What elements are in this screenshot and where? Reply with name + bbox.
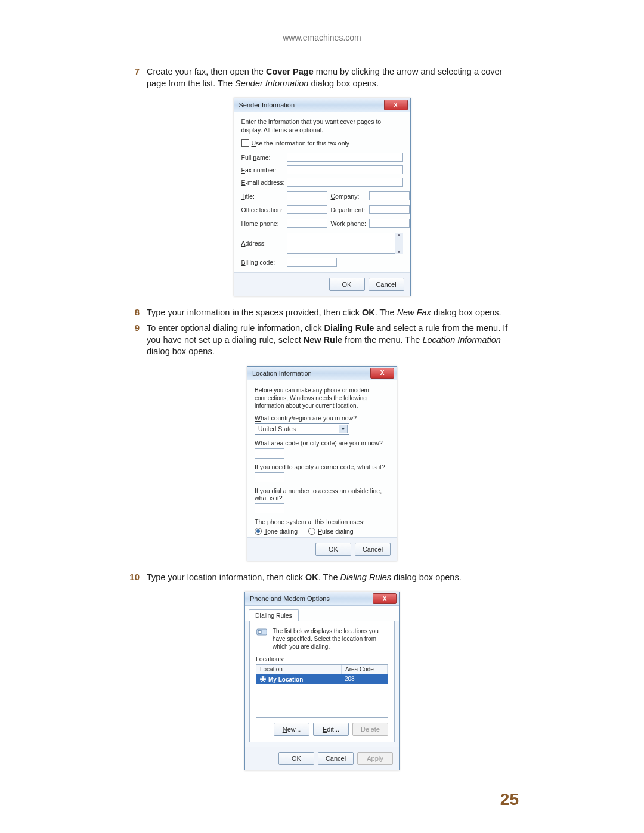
use-info-checkbox-row[interactable]: Use the information for this fax only: [242, 139, 403, 147]
work-phone-field[interactable]: [369, 219, 410, 228]
area-code-question: What area code (or city code) are you in…: [255, 439, 389, 447]
locations-label: Locations:: [256, 655, 388, 662]
office-label: Office location:: [242, 206, 283, 213]
new-button[interactable]: New...: [274, 723, 309, 736]
list-header: Location Area Code: [256, 665, 388, 674]
chevron-down-icon[interactable]: ▼: [339, 425, 348, 433]
radio-checked-icon[interactable]: [255, 528, 262, 535]
department-label: Department:: [331, 206, 366, 213]
row-area-value: 208: [341, 674, 388, 684]
outside-line-field[interactable]: [255, 503, 284, 513]
delete-button: Delete: [352, 723, 388, 736]
step-9: 9 To enter optional dialing rule informa…: [125, 323, 519, 358]
checkbox-icon[interactable]: [242, 139, 249, 147]
country-combo[interactable]: United States ▼: [255, 423, 349, 435]
step-8: 8 Type your information in the spaces pr…: [125, 307, 519, 319]
col-area-header: Area Code: [342, 665, 388, 674]
location-information-dialog: Location Information X Before you can ma…: [247, 366, 397, 561]
cancel-button[interactable]: Cancel: [318, 752, 354, 765]
page-number: 25: [500, 790, 519, 809]
sender-information-dialog: Sender Information X Enter the informati…: [234, 98, 411, 296]
phone-icon: [256, 627, 268, 637]
tone-dialing-radio[interactable]: Tone dialing: [255, 528, 298, 535]
tab-dialing-rules[interactable]: Dialing Rules: [249, 609, 299, 621]
close-icon[interactable]: X: [373, 593, 397, 604]
edit-button[interactable]: Edit...: [313, 723, 349, 736]
step-list: 7 Create your fax, then open the Cover P…: [125, 66, 519, 89]
country-value: United States: [258, 425, 296, 432]
fax-number-label: Fax number:: [242, 166, 283, 174]
bullet-icon: [260, 676, 266, 682]
dialog2-intro: Before you can make any phone or modem c…: [255, 386, 389, 410]
dialog1-titlebar[interactable]: Sender Information X: [234, 98, 410, 112]
dialog3-titlebar[interactable]: Phone and Modem Options X: [245, 592, 399, 606]
phone-modem-options-dialog: Phone and Modem Options X Dialing Rules …: [244, 592, 400, 770]
billing-field[interactable]: [287, 258, 337, 267]
title-label: Title:: [242, 193, 283, 200]
dialog2-titlebar[interactable]: Location Information X: [247, 367, 397, 380]
step-10-text: Type your location information, then cli…: [147, 572, 519, 584]
radio-icon[interactable]: [308, 528, 315, 535]
phone-system-label: The phone system at this location uses:: [255, 518, 389, 525]
step-list-2: 8 Type your information in the spaces pr…: [125, 307, 519, 357]
col-location-header: Location: [256, 665, 342, 674]
home-phone-field[interactable]: [287, 219, 327, 228]
title-field[interactable]: [287, 191, 327, 200]
close-icon[interactable]: X: [384, 100, 408, 110]
cancel-button[interactable]: Cancel: [369, 278, 404, 291]
step-10-number: 10: [125, 572, 140, 584]
dialog3-intro: The list below displays the locations yo…: [273, 627, 388, 651]
email-field[interactable]: [287, 178, 403, 187]
department-field[interactable]: [369, 205, 410, 214]
dialog3-title: Phone and Modem Options: [250, 595, 330, 602]
page-header-url: www.emachines.com: [125, 33, 519, 42]
ok-button[interactable]: OK: [278, 752, 314, 765]
step-9-number: 9: [125, 323, 140, 358]
step-8-number: 8: [125, 307, 140, 319]
dialog1-title: Sender Information: [239, 101, 295, 109]
pulse-dialing-radio[interactable]: Pulse dialing: [308, 528, 354, 535]
cancel-button[interactable]: Cancel: [355, 543, 391, 556]
email-label: E-mail address:: [242, 179, 283, 186]
work-phone-label: Work phone:: [331, 220, 366, 227]
row-location-value: My Location: [268, 676, 303, 683]
step-8-text: Type your information in the spaces prov…: [147, 307, 519, 319]
ok-button[interactable]: OK: [315, 543, 351, 556]
country-question: What country/region are you in now?: [255, 414, 389, 422]
apply-button: Apply: [357, 752, 393, 765]
close-icon[interactable]: X: [370, 368, 394, 379]
office-field[interactable]: [287, 205, 327, 214]
outside-line-question: If you dial a number to access an outsid…: [255, 487, 389, 501]
step-10: 10 Type your location information, then …: [125, 572, 519, 584]
dialog2-title: Location Information: [252, 370, 312, 377]
full-name-label: Full name:: [242, 154, 283, 161]
scrollbar-icon[interactable]: ▲▼: [395, 233, 403, 254]
step-7-text: Create your fax, then open the Cover Pag…: [147, 66, 519, 89]
address-field[interactable]: ▲▼: [287, 233, 403, 254]
svg-rect-1: [258, 631, 261, 634]
step-9-text: To enter optional dialing rule informati…: [147, 323, 519, 358]
company-field[interactable]: [369, 191, 410, 200]
step-7: 7 Create your fax, then open the Cover P…: [125, 66, 519, 89]
step-7-number: 7: [125, 66, 140, 89]
address-label: Address:: [242, 240, 283, 247]
company-label: Company:: [331, 193, 366, 200]
carrier-code-question: If you need to specify a carrier code, w…: [255, 463, 389, 470]
step-list-3: 10 Type your location information, then …: [125, 572, 519, 584]
dialog1-intro: Enter the information that you want cove…: [242, 118, 403, 134]
full-name-field[interactable]: [287, 153, 403, 162]
locations-listbox[interactable]: Location Area Code My Location 208: [256, 664, 388, 718]
fax-number-field[interactable]: [287, 165, 403, 174]
carrier-code-field[interactable]: [255, 472, 284, 482]
list-row-selected[interactable]: My Location 208: [256, 674, 388, 684]
ok-button[interactable]: OK: [329, 278, 365, 291]
area-code-field[interactable]: [255, 448, 284, 459]
home-phone-label: Home phone:: [242, 220, 283, 227]
billing-label: Billing code:: [242, 259, 283, 266]
